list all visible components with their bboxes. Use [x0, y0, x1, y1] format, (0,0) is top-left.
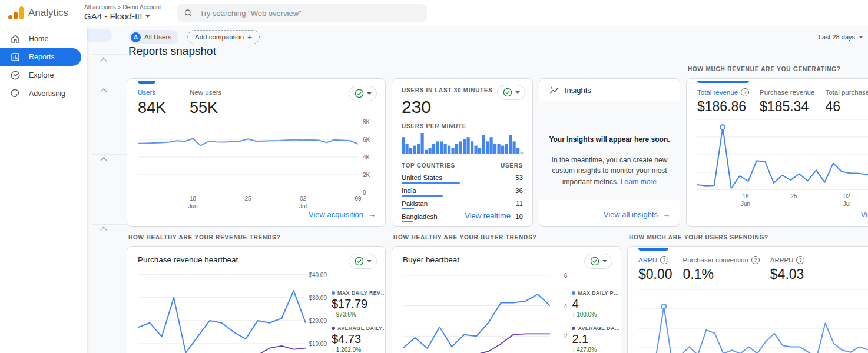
google-analytics-logo-icon	[8, 6, 24, 20]
sidebar-item-label: Explore	[29, 71, 54, 79]
tab-label: Purchaser conversion	[683, 256, 760, 264]
tab-label: New users	[190, 89, 221, 96]
segment-chip-all-users[interactable]: A All Users	[128, 30, 178, 44]
tab-new-users[interactable]: New users 55K	[190, 79, 221, 117]
country-users: 36	[515, 187, 523, 194]
tab-value: $4.03	[770, 267, 805, 282]
legend-dot	[332, 291, 335, 295]
buyer-heartbeat-chart[interactable]	[403, 268, 550, 353]
country-bar	[402, 195, 443, 197]
tab-arppu[interactable]: ARPPU $4.03	[770, 247, 805, 282]
revenue-metric-tabs: Total revenue $186.86 Purchase revenue $…	[687, 79, 868, 115]
y-axis-labels: $40.00 $30.00 $20.00 $10.00	[306, 268, 332, 353]
add-comparison-button[interactable]: Add comparison +	[187, 30, 260, 44]
chevron-up-icon[interactable]	[100, 227, 107, 233]
y-axis-labels: 8K 6K 4K 2K 0	[358, 122, 376, 192]
revenue-line-chart[interactable]: 18Jun 25 02Jul	[697, 119, 868, 190]
chart-legend: MAX DAILY P… 4 ↑ 100.0% AVERAGE DA… 2.1 …	[572, 268, 621, 353]
tab-arpu[interactable]: ARPU $0.00	[638, 247, 672, 282]
view-acquisition-link[interactable]: View acquisition	[309, 210, 376, 219]
country-name: India	[402, 187, 416, 194]
data-quality-dropdown[interactable]	[584, 254, 612, 269]
date-range-picker[interactable]: Last 28 days	[819, 34, 863, 41]
chevron-up-icon[interactable]	[100, 58, 107, 64]
data-quality-dropdown[interactable]	[497, 85, 525, 100]
chevron-down-icon	[367, 92, 372, 95]
check-circle-icon	[590, 257, 599, 266]
data-quality-dropdown[interactable]	[349, 86, 377, 101]
legend-entry: AVERAGE DA… 2.1 ↑ 427.8%	[572, 325, 621, 353]
help-icon[interactable]	[796, 256, 804, 264]
breadcrumb-all-accounts[interactable]: All accounts	[84, 4, 116, 11]
search-icon	[184, 9, 193, 18]
country-row[interactable]: India 36	[402, 185, 523, 198]
tab-value: 55K	[190, 99, 221, 117]
search-input[interactable]	[198, 8, 420, 18]
header-divider	[77, 5, 77, 21]
global-search[interactable]	[177, 4, 427, 22]
view-all-insights-link[interactable]: View all insights	[604, 210, 670, 219]
purchase-chart-region: $40.00 $30.00 $20.00 $10.00 MAX DAILY RE…	[127, 268, 385, 353]
country-users: 11	[516, 200, 523, 207]
country-bar	[402, 208, 414, 209]
sidebar-item-label: Advertising	[29, 89, 65, 98]
plus-icon: +	[247, 32, 252, 42]
insights-header: Insights	[539, 79, 680, 101]
tab-label: Purchase revenue	[760, 89, 814, 96]
help-icon[interactable]	[751, 256, 760, 264]
chevron-down-icon	[602, 260, 607, 262]
tab-value: $0.00	[638, 267, 672, 282]
learn-more-link[interactable]: Learn more	[621, 178, 657, 186]
explore-icon	[10, 70, 21, 81]
tab-users[interactable]: Users 84K	[138, 79, 166, 117]
sidebar-item-reports[interactable]: Reports	[0, 48, 81, 66]
tab-purchaser-conversion[interactable]: Purchaser conversion 0.1%	[683, 247, 760, 282]
segment-avatar: A	[131, 32, 141, 42]
page-title: Reports snapshot	[128, 45, 216, 58]
breadcrumb-account[interactable]: Demo Account	[122, 4, 161, 11]
country-users: 7	[519, 226, 523, 227]
realtime-users-value: 230	[402, 97, 523, 117]
country-row[interactable]: Pakistan 11	[402, 198, 523, 211]
country-row[interactable]: Brazil 7	[402, 224, 523, 227]
countries-table-header: TOP COUNTRIES USERS	[402, 162, 523, 172]
buyer-chart-region: 6 4 2 MAX DAILY P… 4 ↑ 100.0% AVERAGE DA…	[392, 268, 621, 353]
sidebar-item-explore[interactable]: Explore	[0, 66, 81, 84]
tab-purchase-revenue[interactable]: Purchase revenue $185.34	[760, 79, 814, 115]
view-monetization-link[interactable]: View monetization	[861, 210, 868, 219]
legend-delta: ↑ 973.6%	[332, 311, 385, 318]
tab-value: $186.86	[697, 99, 749, 115]
buyer-heartbeat-card: Buyer heartbeat 6 4 2 MAX DAILY P… 4 ↑	[392, 246, 621, 353]
tab-total-revenue[interactable]: Total revenue $186.86	[697, 79, 749, 115]
help-icon[interactable]	[660, 256, 668, 264]
chevron-up-icon[interactable]	[100, 157, 107, 164]
tab-total-purchasers[interactable]: Total purchasers 46	[825, 79, 868, 115]
arpu-line-chart[interactable]	[638, 289, 868, 353]
country-bar	[402, 221, 413, 222]
sidebar-item-advertising[interactable]: Advertising	[0, 85, 81, 102]
country-row[interactable]: United States 53	[402, 172, 523, 185]
help-icon[interactable]	[741, 88, 749, 96]
property-selector[interactable]: GA4 - Flood-It!	[84, 11, 161, 22]
check-circle-icon	[355, 89, 364, 98]
users-per-minute-bar-chart[interactable]	[402, 133, 524, 154]
sidebar-item-home[interactable]: Home	[0, 30, 81, 48]
data-quality-dropdown[interactable]	[349, 254, 377, 269]
spending-metric-tabs: ARPU $0.00 Purchaser conversion 0.1% ARP…	[628, 247, 868, 282]
legend-dot	[332, 327, 335, 330]
country-name: Brazil	[402, 226, 419, 227]
users-line-chart[interactable]: 18Jun 25 02Jul 09	[138, 122, 358, 192]
users-card: Users 84K New users 55K 18Jun 25 02Jul	[127, 78, 386, 227]
arpu-chart-region	[628, 289, 868, 353]
chevron-up-icon[interactable]	[100, 88, 107, 95]
spending-card: ARPU $0.00 Purchaser conversion 0.1% ARP…	[627, 246, 868, 353]
home-icon	[10, 34, 21, 44]
purchase-heartbeat-chart[interactable]	[138, 268, 306, 353]
users-chart-region: 18Jun 25 02Jul 09 8K 6K 4K 2K 0	[127, 122, 385, 192]
tab-label: ARPPU	[770, 256, 805, 264]
rail-divider	[92, 154, 127, 155]
view-realtime-link[interactable]: View realtime	[465, 211, 523, 220]
rail-divider	[92, 54, 127, 55]
insights-title: Insights	[565, 86, 591, 95]
country-name: United States	[402, 174, 442, 181]
